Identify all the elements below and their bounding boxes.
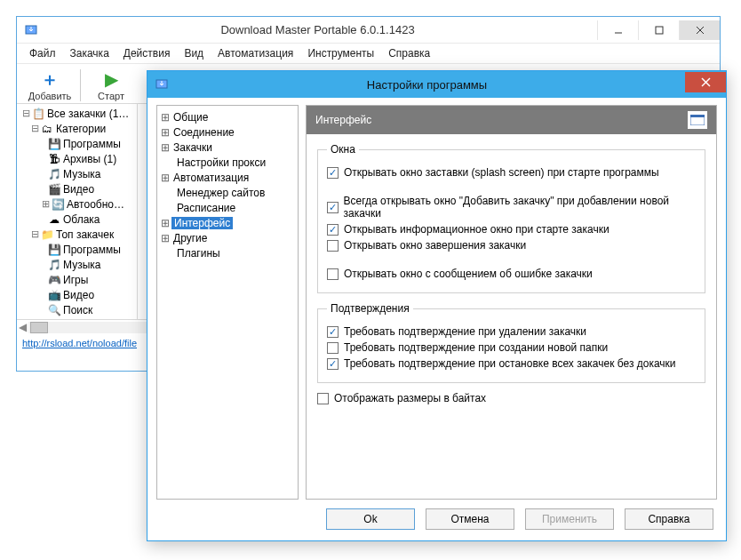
apply-button[interactable]: Применить [525, 508, 614, 530]
checkbox-confirm-stop[interactable] [327, 358, 339, 370]
main-title: Download Master Portable 6.0.1.1423 [38, 23, 597, 36]
window-controls [597, 20, 720, 40]
checkbox-error[interactable] [327, 268, 339, 280]
start-button[interactable]: ▶ Старт [85, 68, 137, 101]
settings-panel: Интерфейс Окна Открывать окно заставки (… [306, 105, 717, 500]
sidebar: ⊟📋Все закачки (1… ⊟🗂Категории 💾Программы… [17, 104, 138, 319]
settings-tree[interactable]: ⊞Общие ⊞Соединение ⊞Закачки ·Настройки п… [156, 105, 299, 500]
plus-icon: ＋ [38, 68, 61, 91]
list-icon: 📋 [31, 108, 45, 120]
tree-item-other[interactable]: Другие [171, 232, 207, 244]
refresh-icon: 🔄 [51, 198, 65, 211]
add-button[interactable]: ＋ Добавить [24, 68, 76, 101]
floppy-icon: 💾 [47, 138, 61, 150]
menu-view[interactable]: Вид [177, 45, 211, 61]
tree-item-general[interactable]: Общие [171, 111, 208, 124]
tree-item-proxy[interactable]: Настройки прокси [171, 156, 266, 169]
cloud-icon: ☁ [47, 213, 61, 226]
svg-rect-2 [656, 27, 663, 34]
app-icon [24, 23, 38, 37]
tree-item-downloads[interactable]: Закачки [171, 141, 212, 154]
tree-item-connection[interactable]: Соединение [171, 126, 235, 139]
checkbox-add-always[interactable] [327, 202, 339, 213]
video-icon: 📺 [47, 289, 61, 301]
dialog-titlebar[interactable]: Настройки программы [147, 71, 726, 98]
video-icon: 🎬 [47, 183, 61, 196]
tree-item-plugins[interactable]: Плагины [171, 247, 220, 260]
help-button[interactable]: Справка [625, 508, 713, 530]
minimize-button[interactable] [597, 20, 638, 40]
menu-file[interactable]: Файл [22, 45, 63, 61]
close-button[interactable] [679, 20, 720, 40]
category-tree[interactable]: ⊟📋Все закачки (1… ⊟🗂Категории 💾Программы… [20, 106, 137, 319]
main-titlebar[interactable]: Download Master Portable 6.0.1.1423 [17, 17, 720, 44]
cancel-button[interactable]: Отмена [426, 508, 514, 530]
scroll-left-icon[interactable]: ◀ [19, 321, 27, 333]
menu-help[interactable]: Справка [381, 45, 437, 61]
floppy-icon: 💾 [47, 244, 61, 256]
music-icon: 🎵 [47, 168, 61, 180]
window-icon [688, 111, 707, 129]
checkbox-bytes[interactable] [317, 393, 329, 404]
tree-item-site-manager[interactable]: Менеджер сайтов [171, 187, 265, 199]
app-icon [155, 77, 169, 92]
dialog-close-button[interactable] [685, 72, 726, 92]
tree-item-interface[interactable]: Интерфейс [171, 217, 233, 229]
group-confirm: Подтверждения Требовать подтверждение пр… [317, 302, 705, 383]
play-icon: ▶ [100, 68, 123, 91]
menu-download[interactable]: Закачка [63, 45, 116, 61]
tree-item-automation[interactable]: Автоматизация [171, 172, 249, 184]
checkbox-info-start[interactable] [327, 224, 339, 236]
group-windows: Окна Открывать окно заставки (splash scr… [317, 143, 705, 293]
ok-button[interactable]: Ok [326, 508, 415, 530]
menu-actions[interactable]: Действия [116, 45, 178, 61]
panel-header: Интерфейс [307, 106, 716, 134]
checkbox-confirm-folder[interactable] [327, 342, 339, 354]
checkbox-done[interactable] [327, 240, 339, 252]
search-icon: 🔍 [47, 304, 61, 316]
svg-rect-9 [690, 115, 705, 117]
checkbox-splash[interactable] [327, 167, 339, 179]
menu-automation[interactable]: Автоматизация [211, 45, 300, 61]
toolbar-separator [80, 69, 81, 101]
scroll-thumb[interactable] [30, 322, 48, 333]
folder-icon: 🗂 [40, 123, 54, 135]
dialog-buttons: Ok Отмена Применить Справка [147, 500, 726, 539]
game-icon: 🎮 [47, 274, 61, 286]
news-icon: 📰 [47, 319, 61, 320]
tree-item-schedule[interactable]: Расписание [171, 202, 235, 214]
menu-tools[interactable]: Инструменты [300, 45, 381, 61]
menubar: Файл Закачка Действия Вид Автоматизация … [17, 44, 720, 64]
music-icon: 🎵 [47, 259, 61, 271]
maximize-button[interactable] [638, 20, 679, 40]
settings-dialog: Настройки программы ⊞Общие ⊞Соединение ⊞… [147, 70, 727, 541]
folder-icon: 📁 [40, 228, 54, 241]
dialog-title: Настройки программы [169, 78, 685, 92]
checkbox-confirm-delete[interactable] [327, 326, 339, 338]
archive-icon: 🗜 [47, 153, 61, 165]
